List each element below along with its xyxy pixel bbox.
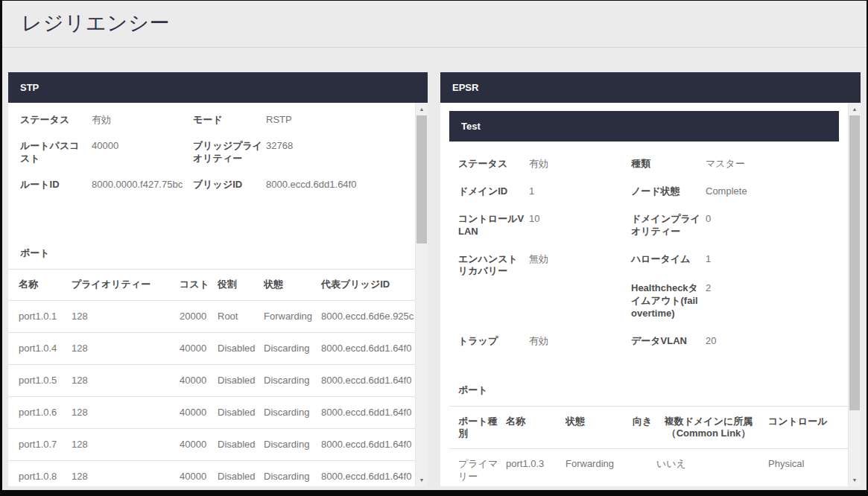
table-cell: 20000 bbox=[180, 311, 218, 322]
table-header-row: ポート種別 名称 状態 向き 複数ドメインに所属（Common Link） コン… bbox=[449, 407, 848, 450]
epsr-panel-content: Test ステータス 有効 種類 マスター ドメインID 1 ノード状態 Com… bbox=[440, 103, 848, 486]
table-row: プライマリー port1.0.3 Forwarding いいえ Physical bbox=[449, 449, 848, 486]
epsr-panel-body: Test ステータス 有効 種類 マスター ドメインID 1 ノード状態 Com… bbox=[440, 103, 861, 486]
stp-field-row: ステータス 有効 モード RSTP bbox=[20, 114, 415, 127]
table-cell: Discarding bbox=[264, 439, 321, 450]
column-header: コントロール bbox=[768, 407, 848, 449]
field-label: ハロータイム bbox=[631, 253, 706, 279]
field-label: 種類 bbox=[631, 158, 706, 171]
table-cell: Root bbox=[218, 311, 264, 322]
table-cell: プライマリー bbox=[458, 449, 506, 486]
field-value: マスター bbox=[706, 158, 848, 171]
field-value: RSTP bbox=[266, 114, 415, 127]
epsr-port-section-label: ポート bbox=[458, 384, 848, 397]
epsr-field-row: コントロールVLAN 10 ドメインプライオリティー 0 bbox=[458, 213, 848, 238]
table-row: port1.0.5 128 40000 Disabled Discarding … bbox=[8, 365, 415, 397]
epsr-field-row: ドメインID 1 ノード状態 Complete bbox=[458, 185, 848, 198]
table-cell: Forwarding bbox=[264, 311, 321, 322]
table-cell: 128 bbox=[72, 471, 180, 482]
field-label: データVLAN bbox=[631, 335, 706, 348]
scroll-down-icon[interactable]: ▼ bbox=[849, 474, 861, 486]
column-header: 複数ドメインに所属（Common Link） bbox=[656, 407, 768, 449]
field-label: ブリッジID bbox=[193, 179, 266, 191]
table-cell: 40000 bbox=[180, 471, 218, 482]
field-value: 8000.0000.f427.75bc bbox=[92, 179, 193, 191]
table-cell bbox=[633, 449, 656, 486]
table-cell: Discarding bbox=[264, 343, 321, 354]
epsr-panel: EPSR Test ステータス 有効 種類 マスター ドメインID 1 ノード状… bbox=[440, 72, 861, 486]
field-value: 40000 bbox=[92, 140, 193, 165]
field-value: 10 bbox=[529, 213, 631, 238]
stp-panel-content: ステータス 有効 モード RSTP ルートパスコスト 40000 ブリッジプライ… bbox=[8, 103, 415, 486]
table-cell: Physical bbox=[768, 449, 848, 486]
table-row: port1.0.8 128 40000 Disabled Discarding … bbox=[8, 461, 415, 486]
field-label: ブリッジプライオリティー bbox=[193, 140, 266, 165]
epsr-scrollbar[interactable]: ▲ ▼ bbox=[848, 103, 861, 486]
field-label: ルートID bbox=[20, 179, 92, 191]
table-cell: Disabled bbox=[218, 439, 264, 450]
table-cell: 8000.eccd.6dd1.64f0 bbox=[321, 407, 415, 418]
field-value: 有効 bbox=[529, 158, 631, 171]
field-value: 有効 bbox=[92, 114, 193, 127]
epsr-fields: ステータス 有効 種類 マスター ドメインID 1 ノード状態 Complete… bbox=[440, 142, 848, 348]
field-label: トラップ bbox=[458, 335, 529, 348]
field-label: コントロールVLAN bbox=[458, 213, 529, 238]
table-cell: 40000 bbox=[180, 375, 218, 386]
table-cell: Discarding bbox=[264, 407, 321, 418]
epsr-field-row: エンハンストリカバリー 無効 ハロータイム 1 bbox=[458, 253, 848, 279]
field-label: Healthcheckタイムアウト(failovertime) bbox=[631, 282, 706, 320]
table-cell: 40000 bbox=[180, 343, 218, 354]
table-cell: port1.0.4 bbox=[19, 343, 72, 354]
column-header: 状態 bbox=[264, 278, 321, 291]
table-cell: Disabled bbox=[218, 407, 264, 418]
field-value: 有効 bbox=[529, 335, 631, 348]
field-label: ステータス bbox=[20, 114, 92, 127]
stp-scrollbar[interactable]: ▲ ▼ bbox=[415, 103, 428, 486]
field-value: 32768 bbox=[266, 140, 415, 165]
column-header: 役割 bbox=[218, 278, 264, 291]
table-cell: 8000.eccd.6dd1.64f0 bbox=[321, 343, 415, 354]
table-cell: 128 bbox=[72, 439, 180, 450]
scroll-up-icon[interactable]: ▲ bbox=[416, 103, 428, 115]
field-value: 1 bbox=[706, 253, 848, 279]
column-header: 名称 bbox=[19, 278, 72, 291]
field-value: 0 bbox=[706, 213, 848, 238]
table-cell: 128 bbox=[72, 407, 180, 418]
field-value: 20 bbox=[706, 335, 848, 348]
resiliency-page: { "page": { "title": "レジリエンシー" }, "color… bbox=[0, 0, 868, 496]
epsr-field-row: ステータス 有効 種類 マスター bbox=[458, 158, 848, 171]
stp-scrollbar-thumb[interactable] bbox=[416, 115, 427, 244]
column-header: プライオリティー bbox=[72, 278, 180, 291]
table-row: port1.0.1 128 20000 Root Forwarding 8000… bbox=[8, 301, 415, 333]
field-label: ルートパスコスト bbox=[20, 140, 92, 165]
table-cell: 40000 bbox=[180, 407, 218, 418]
field-label: モード bbox=[193, 114, 266, 127]
table-cell: Disabled bbox=[218, 375, 264, 386]
scroll-down-icon[interactable]: ▼ bbox=[416, 474, 428, 486]
table-cell: 128 bbox=[72, 311, 180, 322]
table-row: port1.0.4 128 40000 Disabled Discarding … bbox=[8, 333, 415, 365]
table-cell: 8000.eccd.6d6e.925c bbox=[321, 311, 415, 322]
table-cell: port1.0.7 bbox=[19, 439, 72, 450]
stp-panel-body: ステータス 有効 モード RSTP ルートパスコスト 40000 ブリッジプライ… bbox=[8, 103, 428, 486]
epsr-domain-header: Test bbox=[449, 111, 839, 142]
table-cell: Discarding bbox=[264, 471, 321, 482]
page-title: レジリエンシー bbox=[22, 10, 171, 36]
table-cell: port1.0.6 bbox=[19, 407, 72, 418]
epsr-scrollbar-thumb[interactable] bbox=[849, 115, 860, 410]
table-row: port1.0.6 128 40000 Disabled Discarding … bbox=[8, 397, 415, 429]
column-header: コスト bbox=[180, 278, 218, 291]
epsr-port-table: ポート種別 名称 状態 向き 複数ドメインに所属（Common Link） コン… bbox=[449, 406, 848, 486]
field-label: ドメインプライオリティー bbox=[631, 213, 706, 238]
epsr-panel-header: EPSR bbox=[440, 72, 861, 103]
field-value: Complete bbox=[706, 185, 848, 198]
epsr-field-row: トラップ 有効 データVLAN 20 bbox=[458, 335, 848, 348]
stp-panel-header: STP bbox=[8, 72, 428, 103]
field-label: ドメインID bbox=[458, 185, 529, 198]
table-cell: Forwarding bbox=[566, 449, 633, 486]
column-header: 名称 bbox=[506, 407, 566, 449]
field-label: ノード状態 bbox=[631, 185, 706, 198]
field-value: 8000.eccd.6dd1.64f0 bbox=[266, 179, 415, 191]
field-value bbox=[529, 282, 631, 320]
scroll-up-icon[interactable]: ▲ bbox=[849, 103, 861, 115]
